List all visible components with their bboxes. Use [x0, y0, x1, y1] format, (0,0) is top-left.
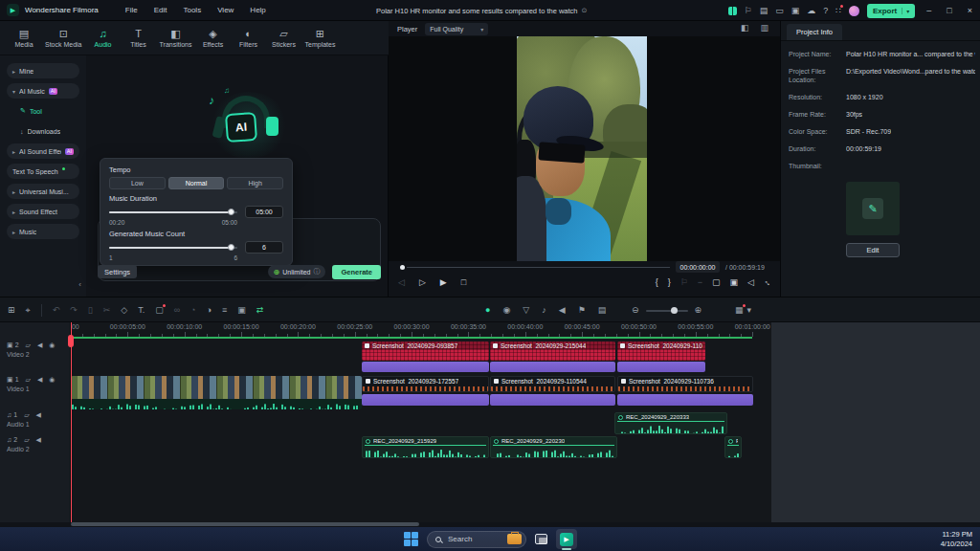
restore-button[interactable]: □: [943, 6, 955, 15]
flag-icon[interactable]: ⚐: [680, 278, 688, 287]
speaker-icon[interactable]: ◀: [36, 411, 41, 418]
copy-icon[interactable]: ▣: [237, 306, 246, 315]
cloud-upload-icon[interactable]: ☁: [807, 7, 815, 15]
track-header-audio-1[interactable]: ♫1▱◀Audio 1: [0, 411, 71, 435]
sidebar-item-sound-effect[interactable]: ▸Sound Effect: [7, 204, 79, 219]
tempo-high-button[interactable]: High: [227, 177, 283, 189]
mute-icon[interactable]: ◁: [747, 278, 754, 287]
keyframe-icon[interactable]: ◇: [121, 306, 127, 315]
tab-audio[interactable]: ♫Audio: [89, 29, 118, 48]
sidebar-item-ai-music[interactable]: ▾AI MusicAI: [7, 83, 79, 99]
clip-rec-20240929-220333[interactable]: REC_20240929_220333: [614, 412, 727, 434]
menu-edit[interactable]: Edit: [154, 6, 167, 14]
mask-icon[interactable]: ▽: [523, 306, 529, 315]
gift-icon[interactable]: [728, 7, 737, 15]
speaker-icon[interactable]: ◀: [36, 436, 41, 443]
clip-rec-20240929[interactable]: REC_20240929: [724, 436, 742, 458]
taskbar-search[interactable]: [427, 531, 526, 548]
color-scope-icon[interactable]: ▥: [760, 23, 768, 33]
fullscreen-icon[interactable]: ↔: [762, 276, 774, 289]
menu-tools[interactable]: Tools: [183, 6, 201, 14]
sidebar-item-universal-musi[interactable]: ▸Universal Musi...: [7, 184, 79, 199]
split-compare-icon[interactable]: ◧: [741, 23, 749, 33]
sidebar-item-text-to-speech[interactable]: Text To Speech: [7, 164, 79, 179]
tab-stickers[interactable]: ▱Stickers: [270, 29, 299, 48]
quality-dropdown[interactable]: Full Quality ▾: [425, 23, 488, 35]
close-button[interactable]: ×: [964, 6, 976, 15]
edit-thumbnail-button[interactable]: Edit: [846, 243, 900, 257]
generate-button[interactable]: Generate: [332, 265, 381, 279]
sidebar-item-tool[interactable]: ✎Tool: [7, 103, 79, 119]
timeline-playhead-handle[interactable]: [68, 335, 74, 347]
unlimited-badge[interactable]: ⊕ Unlimited ⓘ: [268, 265, 326, 278]
remove-mark-icon[interactable]: −: [698, 278, 702, 287]
timeline-canvas[interactable]: 00:0000:00:05:0000:00:10:0000:00:15:0000…: [71, 322, 771, 522]
minimize-button[interactable]: –: [923, 6, 935, 15]
task-view-button[interactable]: [535, 534, 547, 544]
prev-frame-icon[interactable]: ◁: [398, 278, 405, 287]
speed-icon[interactable]: ◔: [190, 306, 195, 315]
clip-screenshot-20240929-110747[interactable]: Screenshot_20240929-110747: [617, 342, 705, 361]
clip-screenshot-20240929-110544[interactable]: Screenshot_20240929-110544: [490, 376, 615, 392]
seek-bar[interactable]: 00:00:00:00 / 00:00:59:19: [389, 261, 780, 273]
mark-in-icon[interactable]: {: [656, 278, 658, 287]
track-header-video-2[interactable]: ▣2▱◀◉Video 2: [0, 342, 71, 374]
device-icon[interactable]: ▭: [775, 7, 784, 15]
tab-stock-media[interactable]: ⊡Stock Media: [45, 29, 82, 48]
clip-screenshot-20240929-215044[interactable]: Screenshot_20240929-215044: [490, 342, 615, 361]
track-header-audio-2[interactable]: ♫2▱◀Audio 2: [0, 436, 71, 460]
clip-screenshot-20240929-093857[interactable]: Screenshot_20240929-093857: [362, 342, 489, 361]
save-icon[interactable]: ▣: [791, 7, 800, 15]
voiceover-icon[interactable]: ♪: [542, 306, 546, 315]
timeline-zoom-slider[interactable]: [646, 310, 688, 312]
tab-project-info[interactable]: Project Info: [787, 24, 842, 40]
undo-icon[interactable]: ↶: [53, 306, 60, 315]
clip-screenshot-20240929-110736[interactable]: Screenshot_20240929-110736: [617, 376, 753, 392]
render-preview-icon[interactable]: ▤: [598, 306, 607, 315]
menu-help[interactable]: Help: [250, 6, 265, 14]
snapshot-icon[interactable]: ▣: [730, 278, 739, 287]
timeline-ruler[interactable]: 00:0000:00:05:0000:00:10:0000:00:15:0000…: [71, 322, 771, 338]
chevron-down-icon[interactable]: ▾: [747, 306, 752, 315]
settings-button[interactable]: Settings: [98, 265, 137, 278]
tab-transitions[interactable]: ◧Transitions: [160, 29, 192, 48]
text-tool-icon[interactable]: T.: [138, 306, 145, 315]
menu-file[interactable]: File: [125, 6, 138, 14]
tempo-normal-button[interactable]: Normal: [168, 177, 225, 189]
video-preview[interactable]: [517, 36, 647, 261]
megaphone-icon[interactable]: ⚐: [745, 7, 752, 15]
preview-display-icon[interactable]: ▢: [712, 278, 721, 287]
delete-icon[interactable]: ▯: [88, 306, 93, 315]
duration-value[interactable]: 05:00: [245, 206, 283, 218]
select-tool-icon[interactable]: ⌖: [26, 306, 31, 315]
folder-icon[interactable]: ▱: [26, 342, 31, 348]
audio-mixer-icon[interactable]: ◀: [559, 306, 566, 315]
mark-out-icon[interactable]: }: [668, 278, 671, 287]
eye-icon[interactable]: ◉: [49, 342, 55, 348]
help-icon[interactable]: ?: [823, 7, 828, 15]
export-button[interactable]: Export ▾: [867, 4, 915, 18]
folder-icon[interactable]: ▱: [24, 436, 29, 443]
export-chevron-icon[interactable]: ▾: [902, 8, 909, 14]
eye-icon[interactable]: ◉: [49, 376, 55, 383]
clip-rec-20240929-215929[interactable]: REC_20240929_215929: [362, 436, 489, 458]
preview-play-icon[interactable]: ◉: [502, 306, 510, 315]
tab-media[interactable]: ▤Media: [10, 29, 38, 48]
taskbar-clock[interactable]: 11:29 PM 4/10/2024: [941, 530, 972, 548]
history-icon[interactable]: ⊙: [582, 7, 588, 14]
ai-assistant-icon[interactable]: ●: [485, 306, 490, 315]
zoom-out-icon[interactable]: ⊖: [632, 306, 639, 315]
zoom-in-icon[interactable]: ⊕: [695, 306, 702, 315]
play-icon[interactable]: ▶: [440, 278, 447, 287]
sidebar-item-music[interactable]: ▸Music: [7, 224, 79, 239]
clip-rec-20240929-220230[interactable]: REC_20240929_220230: [490, 436, 617, 458]
stop-icon[interactable]: □: [461, 278, 466, 287]
split-icon[interactable]: ✂: [103, 306, 111, 315]
feedback-icon[interactable]: ▤: [760, 7, 768, 15]
track-manager-icon[interactable]: ▦: [735, 306, 744, 315]
speaker-icon[interactable]: ◀: [37, 376, 42, 383]
redo-icon[interactable]: ↷: [70, 306, 78, 315]
count-value[interactable]: 6: [245, 241, 283, 253]
clip-video-filmstrip[interactable]: [71, 376, 362, 409]
tab-templates[interactable]: ⊞Templates: [305, 29, 336, 48]
